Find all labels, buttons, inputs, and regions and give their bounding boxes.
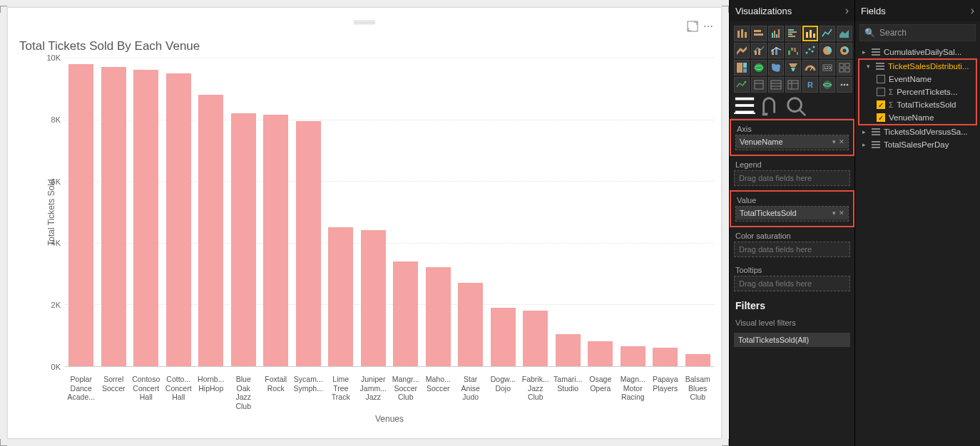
vis-type-icon[interactable]	[768, 77, 784, 93]
field-row[interactable]: ΣPercentTickets...	[859, 85, 976, 98]
vis-type-icon[interactable]	[785, 77, 801, 93]
bar[interactable]	[263, 115, 288, 366]
bar[interactable]	[328, 227, 353, 366]
svg-rect-12	[788, 33, 792, 35]
bar[interactable]	[231, 113, 256, 366]
analytics-tab-icon[interactable]	[785, 98, 807, 114]
checkbox[interactable]: ✓	[877, 100, 885, 109]
checkbox[interactable]	[877, 88, 885, 96]
vis-type-icon[interactable]	[768, 60, 784, 76]
vis-type-icon[interactable]	[734, 43, 750, 58]
bar[interactable]	[361, 230, 386, 366]
bars-area	[65, 58, 714, 367]
focus-mode-icon[interactable]	[687, 21, 698, 32]
vis-type-icon[interactable]	[820, 77, 835, 93]
axis-well[interactable]: VenueName ▾ ✕	[735, 135, 849, 150]
vis-type-icon[interactable]	[802, 60, 818, 76]
bar[interactable]	[685, 354, 710, 366]
vis-type-icon[interactable]	[785, 43, 801, 58]
chevron-down-icon[interactable]: ▾	[832, 209, 836, 217]
vis-type-icon[interactable]: R	[802, 77, 818, 93]
table-row[interactable]: ▸CumulativeDailySal...	[855, 46, 980, 58]
bar[interactable]	[653, 348, 678, 366]
vis-type-icon[interactable]	[785, 26, 801, 41]
resize-handle-bl[interactable]	[0, 439, 7, 446]
x-tick-label: PoplarDanceAcade...	[65, 375, 98, 402]
bar[interactable]	[491, 308, 516, 366]
resize-handle-tl[interactable]	[0, 6, 7, 13]
format-tab-icon[interactable]	[760, 98, 781, 114]
visualizations-header[interactable]: Visualizations ›	[730, 0, 854, 21]
remove-icon[interactable]: ✕	[839, 138, 844, 145]
vis-type-icon[interactable]	[837, 60, 852, 76]
vis-type-icon[interactable]	[820, 43, 835, 58]
caret-icon: ▸	[862, 141, 868, 148]
vis-type-icon[interactable]	[768, 26, 784, 41]
vis-type-icon[interactable]	[837, 43, 852, 58]
vis-type-icon[interactable]	[734, 60, 750, 76]
x-tick-label: Tamari...Studio	[552, 375, 585, 393]
bar[interactable]	[133, 70, 158, 366]
checkbox[interactable]: ✓	[877, 113, 885, 122]
tooltips-well[interactable]: Drag data fields here	[734, 276, 850, 291]
bar[interactable]	[296, 121, 321, 366]
report-canvas[interactable]: ⋯ Total Tickets Sold By Each Venue Total…	[0, 0, 729, 446]
vis-type-icon[interactable]	[837, 26, 852, 41]
color-saturation-well[interactable]: Drag data fields here	[734, 242, 850, 257]
field-row[interactable]: EventName	[859, 73, 976, 85]
drag-handle-icon[interactable]	[354, 21, 375, 24]
bar[interactable]	[621, 346, 645, 366]
vis-type-icon[interactable]: 123	[820, 60, 835, 76]
vis-type-icon[interactable]	[837, 77, 852, 93]
vis-type-icon[interactable]	[751, 77, 767, 93]
axis-field-chip[interactable]: VenueName ▾ ✕	[736, 135, 848, 148]
bar[interactable]	[556, 334, 581, 366]
value-field-chip[interactable]: TotalTicketsSold ▾ ✕	[736, 207, 848, 219]
vis-type-icon[interactable]	[751, 43, 767, 58]
chevron-down-icon[interactable]: ▾	[832, 138, 836, 145]
svg-rect-0	[688, 21, 698, 31]
bar[interactable]	[426, 267, 451, 366]
table-icon	[872, 48, 880, 56]
vis-type-icon[interactable]	[802, 43, 818, 58]
chevron-right-icon[interactable]: ›	[845, 4, 849, 17]
value-label: Value	[731, 192, 853, 206]
more-options-icon[interactable]: ⋯	[703, 21, 714, 32]
table-row[interactable]: ▾TicketSalesDistributi...	[859, 60, 976, 73]
vis-type-icon[interactable]	[785, 60, 801, 76]
field-row[interactable]: ✓ΣTotalTicketsSold	[859, 98, 976, 111]
y-tick: 0K	[51, 363, 61, 371]
checkbox[interactable]	[877, 75, 885, 83]
resize-handle-br[interactable]	[722, 439, 729, 446]
bar[interactable]	[198, 95, 223, 366]
bar[interactable]	[458, 283, 483, 366]
chevron-right-icon[interactable]: ›	[971, 4, 974, 17]
vis-type-icon[interactable]	[751, 26, 767, 41]
fields-header[interactable]: Fields ›	[855, 0, 980, 21]
vis-type-icon[interactable]	[768, 43, 784, 58]
bar[interactable]	[588, 341, 613, 366]
chart-visual[interactable]: ⋯ Total Tickets Sold By Each Venue Total…	[7, 7, 722, 439]
bar[interactable]	[393, 261, 418, 366]
vis-type-icon[interactable]	[802, 26, 818, 41]
fields-tab-icon[interactable]	[734, 98, 755, 114]
field-row[interactable]: ✓VenueName	[859, 111, 976, 124]
bar[interactable]	[101, 67, 126, 366]
bar[interactable]	[166, 73, 191, 366]
svg-rect-35	[737, 63, 742, 73]
bar[interactable]	[68, 64, 93, 366]
x-axis: Venues PoplarDanceAcade...SorrelSoccerCo…	[65, 370, 714, 424]
search-input[interactable]: 🔍 Search	[859, 24, 976, 41]
table-row[interactable]: ▸TicketsSoldVersusSa...	[855, 125, 980, 138]
legend-well[interactable]: Drag data fields here	[734, 170, 850, 186]
resize-handle-tr[interactable]	[722, 6, 729, 13]
filter-item[interactable]: TotalTicketsSold(All)	[734, 333, 850, 347]
vis-type-icon[interactable]	[734, 26, 750, 41]
vis-type-icon[interactable]	[820, 26, 835, 41]
vis-type-icon[interactable]	[751, 60, 767, 76]
value-well[interactable]: TotalTicketsSold ▾ ✕	[735, 206, 849, 222]
remove-icon[interactable]: ✕	[839, 209, 844, 217]
vis-type-icon[interactable]	[734, 77, 750, 93]
bar[interactable]	[523, 311, 548, 366]
table-row[interactable]: ▸TotalSalesPerDay	[855, 138, 980, 151]
